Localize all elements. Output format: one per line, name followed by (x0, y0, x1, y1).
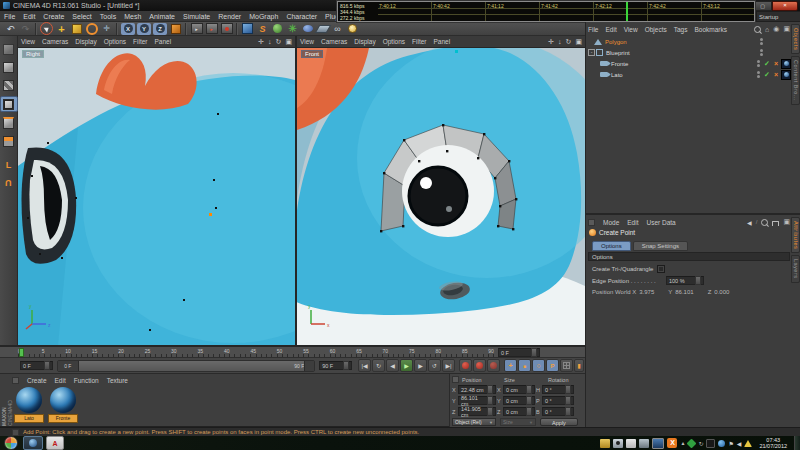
undo-button[interactable]: ↶ (3, 22, 18, 35)
maximize-button[interactable]: ▢ (753, 1, 772, 11)
menu-mesh[interactable]: Mesh (124, 13, 141, 20)
tray-network-icon[interactable] (718, 440, 725, 447)
vp2-menu-options[interactable]: Options (383, 38, 405, 45)
vp-menu-panel[interactable]: Panel (155, 38, 172, 45)
key-rotation-button[interactable]: ○ (532, 359, 545, 372)
previous-frame-button[interactable]: ◀ (386, 359, 399, 372)
add-cube-button[interactable] (240, 22, 255, 35)
menu-character[interactable]: Character (286, 13, 317, 20)
size-x-field[interactable]: 0 cm (503, 385, 535, 394)
expander-icon[interactable]: - (588, 49, 595, 56)
close-button[interactable]: × (772, 1, 798, 11)
tab-options[interactable]: Options (592, 241, 631, 251)
lock-icon[interactable] (772, 221, 779, 226)
slider-end-grip[interactable] (304, 361, 314, 371)
vp2-menu-display[interactable]: Display (354, 38, 375, 45)
tray-warning-icon[interactable] (744, 440, 752, 447)
tab-content-browser[interactable]: Content Bro... (791, 56, 800, 105)
obj-menu-view[interactable]: View (624, 26, 638, 33)
apply-button[interactable]: Apply (540, 418, 578, 426)
pan-view-icon[interactable]: ✛ (548, 38, 554, 46)
y-axis-lock-button[interactable]: Y (137, 23, 151, 35)
history-back-icon[interactable]: ◀ (747, 219, 752, 226)
taskbar-cinema4d-button[interactable] (23, 436, 43, 450)
search-icon[interactable] (761, 219, 768, 226)
options-section-header[interactable]: Options (588, 252, 790, 261)
vp-menu-view[interactable]: View (21, 38, 35, 45)
key-pla-button[interactable] (560, 359, 573, 372)
render-region-button[interactable]: ▸ (204, 22, 219, 35)
tray-app-icon[interactable] (626, 439, 636, 448)
rotate-view-icon[interactable]: ↻ (566, 38, 572, 46)
tray-monitor-icon[interactable] (652, 438, 664, 449)
attr-menu-userdata[interactable]: User Data (646, 219, 675, 226)
key-position-button[interactable]: + (504, 359, 517, 372)
pos-y-field[interactable]: 86.101 cm (458, 396, 496, 405)
tab-layers[interactable]: Layers (791, 255, 800, 283)
tab-objects[interactable]: Objects (791, 24, 800, 54)
redo-button[interactable]: ↷ (18, 22, 33, 35)
viewport-right-label[interactable]: Front (301, 50, 323, 58)
render-settings-button[interactable] (219, 22, 234, 35)
visibility-dots[interactable] (760, 38, 763, 46)
rot-p-field[interactable]: 0 ° (542, 396, 574, 405)
toggle-view-icon[interactable]: ▣ (285, 38, 292, 46)
polygons-mode-button[interactable] (1, 134, 17, 148)
tray-volume-icon[interactable]: ◀ (737, 440, 742, 447)
z-axis-lock-button[interactable]: Z (153, 23, 167, 35)
object-row-polygon[interactable]: Polygon (586, 36, 791, 47)
selected-point[interactable] (209, 213, 212, 216)
texture-tag-icon[interactable] (781, 59, 791, 69)
zoom-view-icon[interactable]: ↓ (268, 38, 272, 46)
viewport-left-label[interactable]: Right (22, 50, 44, 58)
viewport-right-view[interactable]: View Cameras Display Options Filter Pane… (18, 36, 295, 345)
slider-start-grip[interactable]: 0 F (58, 361, 79, 371)
add-spline-button[interactable]: S (255, 22, 270, 35)
move-button[interactable]: + (54, 22, 69, 35)
play-backwards-button[interactable]: ↻ (372, 359, 385, 372)
stepper[interactable] (695, 276, 701, 285)
stepper[interactable] (44, 361, 50, 370)
attr-menu-mode[interactable]: Mode (603, 219, 619, 226)
menu-file[interactable]: File (4, 13, 15, 20)
mograph-button[interactable]: ✳ (285, 22, 300, 35)
tray-flag-icon[interactable]: ⚑ (728, 440, 733, 447)
attr-menu-edit[interactable]: Edit (627, 219, 638, 226)
tray-sync-icon[interactable]: ↻ (698, 440, 703, 447)
goto-end-button[interactable]: ▶| (442, 359, 455, 372)
top-point[interactable] (455, 50, 458, 53)
range-start-field[interactable]: 0 F (20, 361, 53, 370)
visibility-dots[interactable] (757, 71, 760, 79)
timeline-ruler[interactable]: 05 1015 2025 3035 4045 5055 6065 7075 80… (0, 347, 585, 358)
visibility-dots[interactable] (757, 60, 760, 68)
range-end-field[interactable]: 90 F (319, 361, 352, 370)
object-row-lato[interactable]: Lato ✓ × (586, 69, 791, 80)
scale-button[interactable] (69, 22, 84, 35)
menu-tools[interactable]: Tools (100, 13, 116, 20)
goto-start-button[interactable]: |◀ (358, 359, 371, 372)
search-icon[interactable] (754, 26, 761, 33)
stepper[interactable] (531, 348, 537, 357)
vp-menu-cameras[interactable]: Cameras (42, 38, 68, 45)
expression-tag-icon[interactable]: × (772, 60, 780, 68)
object-row-fronte[interactable]: Fronte ✓ × (586, 58, 791, 69)
menu-select[interactable]: Select (72, 13, 91, 20)
render-check-icon[interactable]: ✓ (763, 71, 771, 79)
coords-mode-dropdown[interactable]: Object (Rel)▼ (452, 418, 496, 426)
mat-menu-function[interactable]: Function (74, 377, 99, 384)
keyframe-selection-button[interactable] (487, 359, 500, 372)
tab-attributes[interactable]: Attributes (791, 217, 800, 253)
obj-menu-file[interactable]: File (588, 26, 598, 33)
live-selection-button[interactable] (39, 22, 54, 35)
material-item[interactable]: Lato (14, 387, 44, 423)
workplane-button[interactable]: L (1, 158, 17, 172)
rot-h-field[interactable]: 0 ° (542, 385, 574, 394)
autokey-button[interactable] (473, 359, 486, 372)
key-parameter-button[interactable]: P (546, 359, 559, 372)
visibility-dots[interactable] (760, 49, 763, 57)
coordinate-system-button[interactable] (168, 22, 183, 35)
texture-mode-button[interactable] (1, 78, 17, 92)
vp-menu-display[interactable]: Display (75, 38, 96, 45)
show-desktop-button[interactable] (794, 436, 800, 450)
size-y-field[interactable]: 0 cm (503, 396, 535, 405)
